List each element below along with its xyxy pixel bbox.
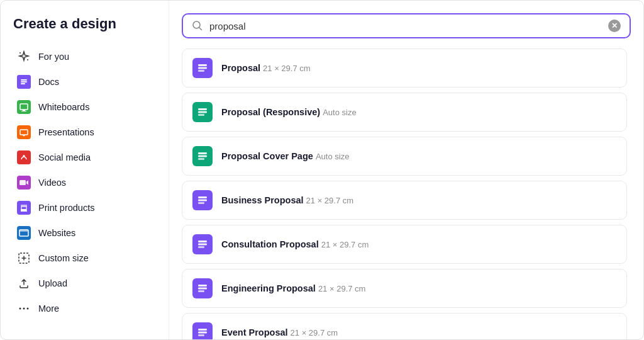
svg-rect-39 — [198, 158, 204, 160]
sidebar-item-for-you[interactable]: For you — [11, 45, 158, 69]
sidebar-label-custom-size: Custom size — [38, 253, 89, 263]
svg-rect-30 — [198, 67, 207, 69]
whiteboards-icon — [17, 100, 31, 114]
svg-rect-18 — [21, 205, 27, 207]
svg-point-19 — [26, 210, 28, 211]
result-icon — [192, 58, 213, 78]
svg-rect-50 — [198, 288, 207, 290]
svg-rect-55 — [198, 334, 204, 336]
result-icon — [192, 190, 213, 210]
page-title: Create a design — [11, 16, 158, 32]
search-icon — [192, 20, 203, 31]
svg-rect-42 — [198, 200, 207, 201]
sparkle-icon — [17, 50, 31, 64]
result-item[interactable]: Proposal (Responsive) Auto size — [182, 93, 627, 132]
svg-rect-33 — [198, 108, 207, 110]
search-bar: ✕ — [182, 13, 631, 38]
svg-rect-49 — [198, 285, 207, 286]
clear-search-button[interactable]: ✕ — [608, 20, 621, 32]
sidebar-item-print-products[interactable]: Print products — [11, 196, 158, 220]
svg-point-1 — [27, 59, 28, 60]
result-item[interactable]: Business Proposal 21 × 29.7 cm — [182, 181, 627, 220]
sidebar-item-more[interactable]: More — [11, 297, 158, 320]
result-name: Engineering Proposal 21 × 29.7 cm — [221, 283, 365, 293]
sidebar-item-upload[interactable]: Upload — [11, 271, 158, 295]
result-icon — [192, 322, 213, 339]
results-list: Proposal 21 × 29.7 cm Proposal (Responsi… — [182, 48, 631, 339]
svg-rect-41 — [198, 196, 207, 198]
social-media-icon — [17, 150, 31, 164]
svg-rect-4 — [21, 81, 27, 82]
svg-point-13 — [23, 155, 25, 157]
svg-point-0 — [19, 52, 21, 54]
result-item[interactable]: Consultation Proposal 21 × 29.7 cm — [182, 225, 627, 264]
result-icon — [192, 278, 213, 298]
result-icon — [192, 102, 213, 122]
svg-rect-45 — [198, 241, 207, 242]
sidebar-item-videos[interactable]: Videos — [11, 171, 158, 195]
sidebar-label-print-products: Print products — [38, 203, 94, 213]
svg-rect-29 — [198, 64, 207, 66]
result-item[interactable]: Proposal 21 × 29.7 cm — [182, 48, 627, 88]
sidebar-label-more: More — [38, 303, 59, 314]
sidebar-item-whiteboards[interactable]: Whiteboards — [11, 95, 158, 119]
sidebar-item-social-media[interactable]: Social media — [11, 145, 158, 169]
sidebar-label-whiteboards: Whiteboards — [38, 102, 89, 112]
svg-rect-46 — [198, 244, 207, 246]
sidebar-item-presentations[interactable]: Presentations — [11, 120, 158, 144]
svg-rect-37 — [198, 152, 207, 154]
svg-rect-9 — [21, 111, 26, 111]
sidebar-item-custom-size[interactable]: Custom size — [11, 246, 158, 270]
main-content: ✕ Proposal 21 × 29.7 cm Proposal (Respon… — [169, 1, 643, 339]
svg-point-26 — [27, 308, 29, 310]
upload-icon — [17, 276, 31, 290]
svg-rect-3 — [21, 79, 27, 81]
result-icon — [192, 234, 213, 254]
docs-icon — [17, 75, 31, 89]
svg-rect-12 — [17, 150, 31, 164]
print-icon — [17, 201, 31, 215]
result-name: Proposal 21 × 29.7 cm — [221, 63, 311, 73]
svg-rect-8 — [23, 110, 25, 111]
sidebar: Create a design For you Docs — [1, 1, 169, 339]
custom-size-icon — [17, 251, 31, 265]
svg-rect-6 — [17, 100, 31, 114]
svg-rect-54 — [198, 332, 207, 334]
result-name: Consultation Proposal 21 × 29.7 cm — [221, 239, 369, 249]
videos-icon — [17, 176, 31, 190]
svg-rect-15 — [19, 180, 26, 185]
sidebar-item-websites[interactable]: Websites — [11, 221, 158, 245]
search-input[interactable] — [209, 21, 602, 31]
sidebar-label-websites: Websites — [38, 228, 75, 238]
svg-rect-17 — [21, 209, 27, 212]
result-item[interactable]: Engineering Proposal 21 × 29.7 cm — [182, 269, 627, 308]
result-name: Proposal Cover Page Auto size — [221, 151, 349, 161]
svg-rect-52 — [192, 322, 213, 339]
svg-rect-34 — [198, 111, 207, 113]
svg-rect-51 — [198, 290, 204, 292]
svg-point-24 — [19, 308, 21, 310]
sidebar-label-videos: Videos — [38, 178, 66, 188]
result-item[interactable]: Proposal Cover Page Auto size — [182, 137, 627, 176]
svg-rect-22 — [19, 230, 28, 232]
result-name: Business Proposal 21 × 29.7 cm — [221, 195, 353, 205]
sidebar-label-upload: Upload — [38, 278, 67, 288]
result-item[interactable]: Event Proposal 21 × 29.7 cm — [182, 313, 627, 339]
websites-icon — [17, 226, 31, 240]
sidebar-item-docs[interactable]: Docs — [11, 70, 158, 94]
svg-rect-16 — [17, 201, 31, 215]
svg-rect-53 — [198, 329, 207, 331]
presentations-icon — [17, 125, 31, 139]
svg-rect-31 — [198, 70, 204, 72]
svg-rect-47 — [198, 246, 204, 248]
sidebar-label-social-media: Social media — [38, 152, 91, 162]
result-icon — [192, 146, 213, 166]
sidebar-label-presentations: Presentations — [38, 127, 94, 137]
sidebar-label-for-you: For you — [38, 52, 69, 62]
svg-rect-5 — [21, 83, 25, 84]
svg-rect-35 — [198, 114, 204, 116]
result-name: Event Proposal 21 × 29.7 cm — [221, 327, 338, 337]
svg-rect-38 — [198, 156, 207, 157]
svg-rect-43 — [198, 202, 204, 204]
sidebar-label-docs: Docs — [38, 77, 59, 87]
